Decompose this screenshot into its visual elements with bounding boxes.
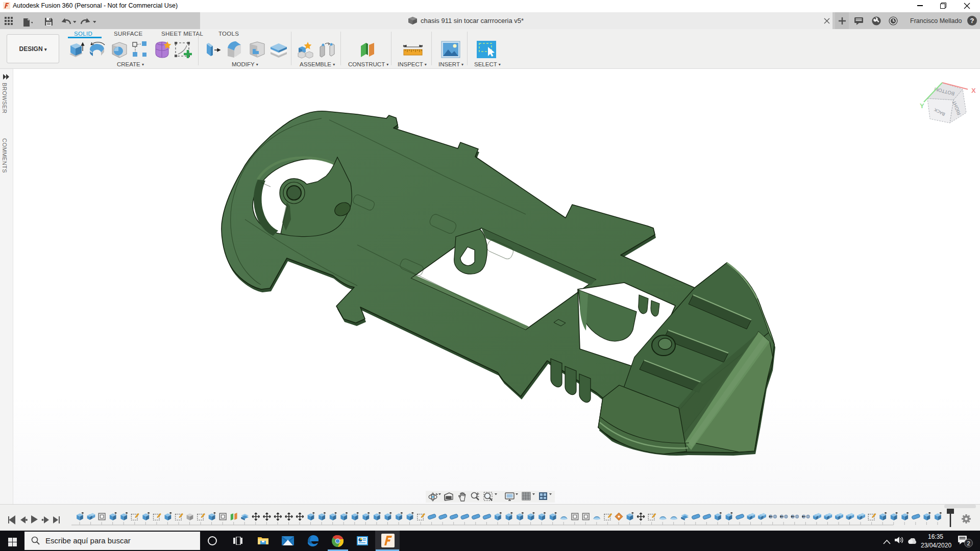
svg-text:?: ? (970, 17, 974, 24)
svg-text:Y: Y (920, 102, 924, 110)
svg-text:X: X (971, 87, 976, 94)
